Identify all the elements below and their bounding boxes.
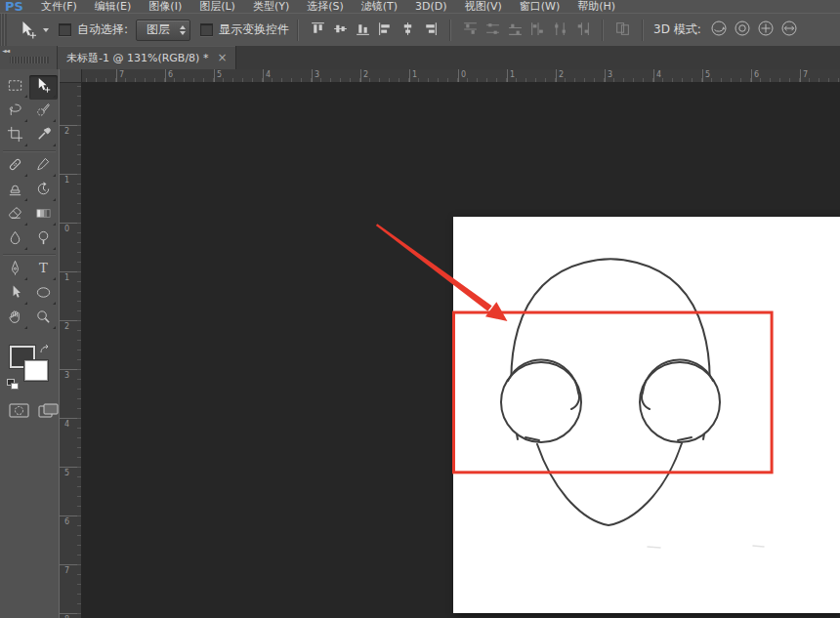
tools-group-separator	[3, 254, 56, 256]
path-selection-tool[interactable]	[1, 282, 29, 307]
distribute-vertical-centers-icon[interactable]	[484, 21, 501, 37]
ruler-label: 3	[608, 70, 612, 79]
ruler-label: 2	[64, 322, 69, 331]
menu-type[interactable]: 类型(Y)	[244, 0, 298, 13]
slide-3d-icon[interactable]	[780, 20, 798, 37]
ruler-label: 0	[461, 70, 466, 79]
quick-mask-mode-button[interactable]	[9, 403, 29, 422]
document-page[interactable]	[453, 217, 840, 613]
orbit-3d-icon[interactable]	[710, 20, 728, 37]
menu-layer[interactable]: 图层(L)	[190, 0, 244, 13]
pan-3d-icon[interactable]	[757, 20, 775, 37]
align-bottom-edges-icon[interactable]	[355, 21, 371, 37]
tools-panel-grip[interactable]	[10, 57, 49, 63]
spot-healing-brush-tool[interactable]	[1, 154, 29, 179]
auto-select-target-dropdown[interactable]: 图层	[136, 20, 190, 41]
screen-mode-button[interactable]	[38, 403, 59, 422]
align-left-edges-icon[interactable]	[377, 21, 394, 37]
roll-3d-icon[interactable]	[734, 20, 751, 37]
align-right-edges-icon[interactable]	[422, 21, 439, 37]
tool-preset-caret-icon[interactable]	[43, 28, 49, 32]
vertical-ruler[interactable]: 21012345678	[60, 82, 82, 618]
ruler-major-tick	[800, 69, 801, 82]
zoom-icon	[35, 309, 52, 329]
auto-select-target-value: 图层	[147, 21, 170, 38]
ellipse-shape-tool[interactable]	[29, 282, 58, 307]
ruler-major-tick	[60, 125, 81, 126]
ruler-major-tick	[360, 69, 361, 82]
crop-tool[interactable]	[1, 124, 29, 148]
clone-stamp-tool[interactable]	[1, 179, 29, 203]
menu-edit[interactable]: 编辑(E)	[86, 0, 141, 13]
distribute-top-edges-icon[interactable]	[462, 21, 479, 37]
swap-colors-icon[interactable]	[38, 342, 51, 354]
type-tool[interactable]: T	[29, 258, 58, 282]
horizontal-ruler[interactable]: 765432101234567	[60, 69, 840, 83]
options-bar-grip[interactable]	[0, 14, 7, 46]
hand-icon	[7, 309, 23, 329]
ruler-major-tick	[605, 69, 606, 82]
ruler-origin-corner[interactable]	[60, 69, 82, 83]
dodge-tool[interactable]	[29, 227, 58, 252]
history-brush-tool[interactable]	[29, 179, 58, 203]
ruler-label: 4	[266, 70, 271, 79]
menu-select[interactable]: 选择(S)	[298, 0, 353, 13]
ruler-label: 5	[705, 70, 710, 79]
background-color-swatch[interactable]	[24, 360, 48, 381]
eraser-tool[interactable]	[1, 203, 29, 227]
ruler-label: 5	[64, 469, 69, 477]
blur-icon	[7, 229, 23, 250]
quick-selection-tool[interactable]	[29, 100, 58, 124]
canvas-pasteboard[interactable]	[81, 82, 840, 618]
align-vertical-centers-icon[interactable]	[332, 21, 349, 37]
toolbar-bottom-buttons	[0, 391, 59, 422]
face-sketch	[453, 217, 840, 613]
sketch-jaw	[537, 443, 682, 525]
auto-align-layers-icon[interactable]	[614, 21, 631, 37]
menu-help[interactable]: 帮助(H)	[568, 0, 624, 13]
distribute-horizontal-centers-icon[interactable]	[552, 21, 568, 37]
distribute-left-edges-icon[interactable]	[529, 21, 546, 37]
type-icon: T	[35, 260, 52, 280]
close-tab-icon[interactable]: ×	[217, 52, 227, 63]
menu-3d[interactable]: 3D(D)	[406, 0, 456, 13]
gradient-icon	[35, 205, 52, 226]
move-tool[interactable]	[29, 75, 58, 100]
gradient-tool[interactable]	[29, 203, 58, 227]
blur-tool[interactable]	[1, 227, 29, 252]
ruler-label: 1	[64, 176, 69, 185]
pen-tool[interactable]	[1, 258, 29, 282]
menu-file[interactable]: 文件(F)	[32, 0, 86, 13]
ruler-major-tick	[653, 69, 654, 82]
menu-filter[interactable]: 滤镜(T)	[353, 0, 406, 13]
distribute-right-edges-icon[interactable]	[574, 21, 591, 37]
ruler-major-tick	[60, 369, 81, 370]
menu-view[interactable]: 视图(V)	[456, 0, 511, 13]
collapse-panel-button[interactable]: ◄◄	[2, 47, 9, 54]
ruler-label: 7	[64, 566, 69, 575]
move-icon	[35, 77, 52, 98]
brush-tool[interactable]	[29, 154, 58, 179]
ruler-major-tick	[60, 564, 81, 565]
ruler-label: 3	[64, 371, 69, 380]
lasso-tool[interactable]	[1, 100, 29, 124]
zoom-tool[interactable]	[29, 307, 58, 331]
align-buttons-group	[307, 21, 441, 40]
show-transform-checkbox[interactable]	[200, 23, 213, 36]
distribute-bottom-edges-icon[interactable]	[507, 21, 524, 37]
ruler-label: 7	[803, 70, 808, 79]
document-tab[interactable]: 未标题-1 @ 131%(RGB/8) * ×	[58, 46, 236, 69]
ruler-major-tick	[556, 69, 557, 82]
hand-tool[interactable]	[1, 307, 29, 331]
menu-window[interactable]: 窗口(W)	[511, 0, 568, 13]
align-top-edges-icon[interactable]	[310, 21, 326, 37]
default-colors-icon[interactable]	[7, 379, 18, 389]
menu-image[interactable]: 图像(I)	[140, 0, 190, 13]
crop-icon	[7, 126, 23, 146]
ruler-major-tick	[702, 69, 703, 82]
eyedropper-tool[interactable]	[29, 124, 58, 148]
auto-select-checkbox[interactable]	[59, 23, 71, 36]
ruler-label: 2	[363, 70, 368, 79]
rectangular-marquee-tool[interactable]	[1, 75, 29, 100]
align-horizontal-centers-icon[interactable]	[399, 21, 416, 37]
